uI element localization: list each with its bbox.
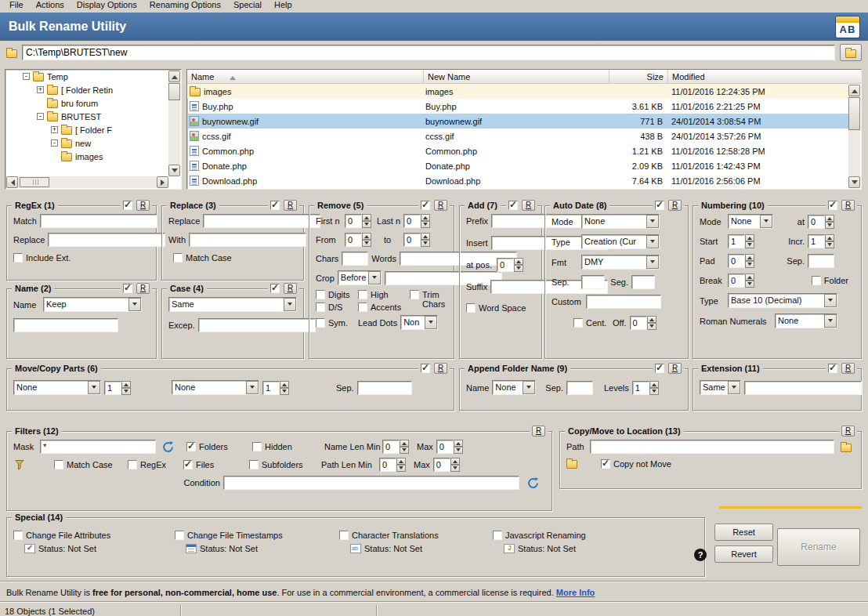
scroll-down-button[interactable] [168,165,180,176]
subfolders-checkbox[interactable] [249,460,259,469]
move-copy-sep-input[interactable] [357,381,412,395]
expand-icon[interactable]: + [51,126,58,133]
dropdown-arrow-icon[interactable] [824,294,837,307]
auto-date-sep-input[interactable] [581,275,605,289]
name-reset-button[interactable]: R [136,283,150,294]
list-vertical-scrollbar[interactable] [848,85,860,188]
rename-button[interactable]: Rename [777,528,860,566]
menu-display-options[interactable]: Display Options [71,0,143,10]
hidden-checkbox[interactable] [252,442,262,451]
name-mode-dropdown[interactable]: Keep [43,297,142,312]
path-max-spinner[interactable]: 0 [433,458,460,472]
path-input[interactable] [22,45,835,60]
tree-horizontal-scrollbar[interactable] [6,176,168,188]
tree-item-bru-forum[interactable]: bru forum [5,96,181,110]
spinner-down-button[interactable] [514,265,523,272]
column-header-modified[interactable]: Modified [668,70,861,84]
scroll-up-button[interactable] [848,85,860,96]
dropdown-arrow-icon[interactable] [646,255,659,269]
auto-date-mode-dropdown[interactable]: None [581,214,660,229]
spinner-up-button[interactable] [745,234,754,241]
tree-item-temp[interactable]: -Temp [5,70,181,83]
change-file-attributes-checkbox[interactable] [13,531,23,540]
dropdown-arrow-icon[interactable] [824,314,837,328]
scroll-right-button[interactable] [157,176,168,188]
digits-checkbox[interactable] [316,290,325,299]
dropdown-arrow-icon[interactable] [368,271,381,284]
break-spinner[interactable]: 0 [728,274,754,288]
replace-with-input[interactable] [189,233,306,247]
refresh-icon[interactable] [527,477,539,489]
change-file-timestamps-checkbox[interactable] [175,531,184,540]
folder-numbering-checkbox[interactable] [812,276,821,285]
menu-file[interactable]: File [3,0,30,10]
spinner-down-button[interactable] [121,388,131,395]
auto-date-seg-input[interactable] [631,275,655,289]
spinner-down-button[interactable] [745,261,754,268]
regex-replace-input[interactable] [48,233,165,247]
auto-date-type-dropdown[interactable]: Creation (Cur [581,234,660,249]
revert-button[interactable]: Revert [714,545,773,563]
character-translations-checkbox[interactable] [339,531,349,540]
browse-folder-button[interactable] [840,44,862,61]
add-enabled-checkbox[interactable] [508,201,518,210]
auto-date-custom-input[interactable] [586,295,661,309]
filters-match-case-checkbox[interactable] [54,460,63,469]
remove-chars-input[interactable] [342,252,368,266]
add-reset-button[interactable]: R [522,200,535,211]
spinner-up-button[interactable] [362,233,371,240]
last-n-spinner[interactable]: 0 [403,214,430,228]
spinner-down-button[interactable] [421,240,430,247]
tree-item-folder-f[interactable]: +[ Folder F [5,123,181,136]
spinner-down-button[interactable] [649,388,659,395]
word-space-checkbox[interactable] [466,303,476,313]
spinner-down-button[interactable] [745,241,754,248]
auto-date-format-dropdown[interactable]: DMY [581,255,660,270]
numbering-at-spinner[interactable]: 0 [808,215,834,229]
filter-funnel-icon[interactable] [15,459,26,470]
spinner-up-button[interactable] [825,234,834,241]
lead-dots-dropdown[interactable]: Non [400,315,438,330]
first-n-spinner[interactable]: 0 [345,214,371,228]
to-spinner[interactable]: 0 [403,233,430,247]
scrollbar-thumb[interactable] [20,177,49,187]
collapse-icon[interactable]: - [23,73,30,80]
file-row-buynownew-gif-selected[interactable]: buynownew.gif buynownew.gif 771 B 24/01/… [187,114,850,129]
collapse-icon[interactable]: - [51,140,58,147]
tree-item-images[interactable]: images [5,150,181,163]
spinner-up-button[interactable] [421,233,430,240]
menu-help[interactable]: Help [268,0,298,10]
century-checkbox[interactable] [573,318,583,328]
move-copy-enabled-checkbox[interactable] [421,364,430,373]
spinner-up-button[interactable] [280,381,289,388]
trim-chars-checkbox[interactable] [410,290,419,299]
dropdown-arrow-icon[interactable] [246,381,259,394]
dropdown-arrow-icon[interactable] [760,215,772,228]
remove-enabled-checkbox[interactable] [421,201,430,210]
file-row-images[interactable]: images images 11/01/2016 12:24:35 PM [187,84,850,99]
part2-mode-dropdown[interactable]: None [172,380,259,395]
spinner-down-button[interactable] [825,241,834,248]
tree-item-folder-retention[interactable]: +[ Folder Retin [5,83,181,96]
move-copy-reset-button[interactable]: R [434,363,447,374]
part1-count-spinner[interactable]: 1 [104,381,131,395]
mask-input[interactable] [40,440,156,454]
dropdown-arrow-icon[interactable] [728,381,740,394]
replace-enabled-checkbox[interactable] [270,201,280,210]
dropdown-arrow-icon[interactable] [128,298,141,311]
spinner-up-button[interactable] [362,214,371,221]
extension-mode-dropdown[interactable]: Same [700,380,741,395]
name-max-spinner[interactable]: 0 [436,440,463,454]
at-pos-spinner[interactable]: 0 [497,258,523,272]
spinner-down-button[interactable] [362,221,371,228]
spinner-down-button[interactable] [280,388,289,395]
replace-match-case-checkbox[interactable] [173,253,183,263]
auto-date-enabled-checkbox[interactable] [655,201,664,210]
new-folder-icon[interactable] [566,460,577,469]
extension-enabled-checkbox[interactable] [828,364,837,373]
spinner-up-button[interactable] [454,440,463,447]
reset-button[interactable]: Reset [714,524,773,541]
column-header-new-name[interactable]: New Name [424,70,609,84]
case-reset-button[interactable]: R [284,283,297,294]
location-path-input[interactable] [590,440,834,454]
